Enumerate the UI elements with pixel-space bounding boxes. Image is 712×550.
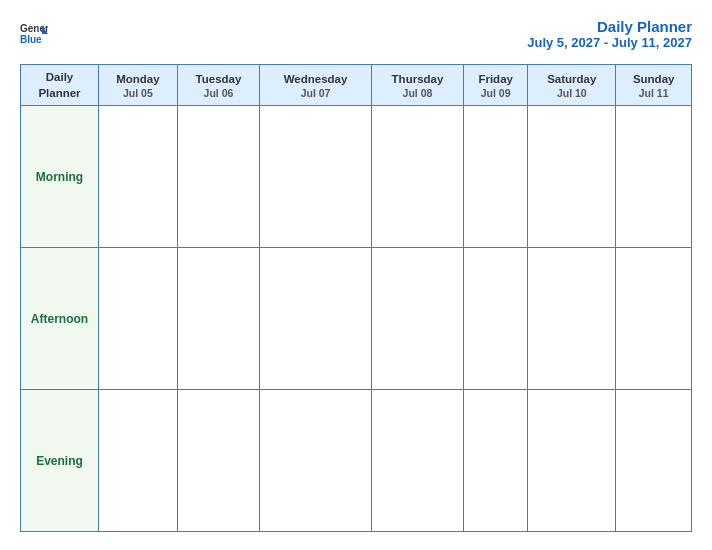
header-wednesday: Wednesday Jul 07	[260, 65, 372, 106]
svg-text:Blue: Blue	[20, 34, 42, 45]
evening-saturday[interactable]	[528, 390, 616, 532]
header-thursday: Thursday Jul 08	[371, 65, 463, 106]
sunday-label: Sunday	[618, 72, 689, 87]
afternoon-sunday[interactable]	[616, 248, 692, 390]
planner-title: Daily Planner	[527, 18, 692, 35]
corner-cell: DailyPlanner	[21, 65, 99, 106]
header-saturday: Saturday Jul 10	[528, 65, 616, 106]
saturday-label: Saturday	[530, 72, 613, 87]
header-right: Daily Planner July 5, 2027 - July 11, 20…	[527, 18, 692, 50]
morning-label: Morning	[36, 170, 83, 184]
monday-label: Monday	[101, 72, 175, 87]
evening-label-cell: Evening	[21, 390, 99, 532]
header-row: DailyPlanner Monday Jul 05 Tuesday Jul 0…	[21, 65, 692, 106]
planner-dates: July 5, 2027 - July 11, 2027	[527, 35, 692, 50]
morning-sunday[interactable]	[616, 106, 692, 248]
evening-label: Evening	[36, 454, 83, 468]
morning-monday[interactable]	[99, 106, 178, 248]
header-sunday: Sunday Jul 11	[616, 65, 692, 106]
evening-monday[interactable]	[99, 390, 178, 532]
evening-friday[interactable]	[464, 390, 528, 532]
tuesday-date: Jul 06	[180, 87, 258, 99]
afternoon-friday[interactable]	[464, 248, 528, 390]
calendar-table: DailyPlanner Monday Jul 05 Tuesday Jul 0…	[20, 64, 692, 532]
afternoon-label-cell: Afternoon	[21, 248, 99, 390]
corner-text: DailyPlanner	[23, 69, 96, 101]
page: General Blue Daily Planner July 5, 2027 …	[0, 0, 712, 550]
morning-tuesday[interactable]	[177, 106, 260, 248]
afternoon-saturday[interactable]	[528, 248, 616, 390]
monday-date: Jul 05	[101, 87, 175, 99]
morning-row: Morning	[21, 106, 692, 248]
evening-row: Evening	[21, 390, 692, 532]
morning-label-cell: Morning	[21, 106, 99, 248]
evening-thursday[interactable]	[371, 390, 463, 532]
tuesday-label: Tuesday	[180, 72, 258, 87]
header-tuesday: Tuesday Jul 06	[177, 65, 260, 106]
header: General Blue Daily Planner July 5, 2027 …	[20, 18, 692, 50]
header-monday: Monday Jul 05	[99, 65, 178, 106]
header-friday: Friday Jul 09	[464, 65, 528, 106]
evening-tuesday[interactable]	[177, 390, 260, 532]
afternoon-row: Afternoon	[21, 248, 692, 390]
wednesday-date: Jul 07	[262, 87, 369, 99]
morning-wednesday[interactable]	[260, 106, 372, 248]
wednesday-label: Wednesday	[262, 72, 369, 87]
afternoon-wednesday[interactable]	[260, 248, 372, 390]
friday-date: Jul 09	[466, 87, 525, 99]
afternoon-thursday[interactable]	[371, 248, 463, 390]
sunday-date: Jul 11	[618, 87, 689, 99]
evening-wednesday[interactable]	[260, 390, 372, 532]
thursday-date: Jul 08	[374, 87, 461, 99]
evening-sunday[interactable]	[616, 390, 692, 532]
logo: General Blue	[20, 18, 48, 46]
morning-saturday[interactable]	[528, 106, 616, 248]
morning-friday[interactable]	[464, 106, 528, 248]
morning-thursday[interactable]	[371, 106, 463, 248]
friday-label: Friday	[466, 72, 525, 87]
thursday-label: Thursday	[374, 72, 461, 87]
logo-icon: General Blue	[20, 18, 48, 46]
afternoon-monday[interactable]	[99, 248, 178, 390]
afternoon-label: Afternoon	[31, 312, 88, 326]
afternoon-tuesday[interactable]	[177, 248, 260, 390]
saturday-date: Jul 10	[530, 87, 613, 99]
